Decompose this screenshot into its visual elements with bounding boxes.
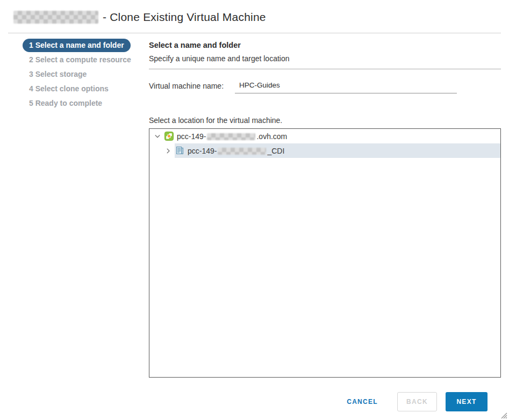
clone-vm-wizard-dialog: - Clone Existing Virtual Machine 1 Selec… (0, 0, 509, 420)
redacted-host-segment (207, 133, 255, 140)
chevron-right-icon[interactable] (164, 147, 172, 155)
dialog-title: - Clone Existing Virtual Machine (13, 11, 496, 24)
location-label: Select a location for the virtual machin… (149, 116, 501, 125)
chevron-down-icon[interactable] (154, 133, 161, 140)
vm-name-row: Virtual machine name: (149, 80, 501, 93)
dialog-title-text: - Clone Existing Virtual Machine (103, 11, 266, 24)
resize-grip-icon[interactable] (501, 411, 507, 418)
vcenter-server-icon (164, 132, 174, 141)
tree-row-vcenter[interactable]: pcc-149-.ovh.com (149, 129, 500, 143)
dialog-header: - Clone Existing Virtual Machine (0, 0, 509, 33)
cancel-button[interactable]: CANCEL (346, 395, 379, 409)
redacted-vm-name (13, 11, 98, 24)
section-title: Select a name and folder (149, 41, 501, 49)
datacenter-icon (175, 146, 184, 155)
wizard-steps: 1 Select a name and folder 2 Select a co… (23, 33, 149, 411)
back-button[interactable]: BACK (397, 392, 437, 411)
vm-name-label: Virtual machine name: (149, 80, 235, 90)
selected-tree-row-highlight[interactable]: pcc-149-_CDI (175, 143, 500, 158)
step-select-name-folder[interactable]: 1 Select a name and folder (23, 39, 131, 52)
section-subtitle: Specify a unique name and target locatio… (149, 54, 501, 63)
step-select-compute-resource: 2 Select a compute resource (23, 53, 149, 67)
tree-row-datacenter-label: pcc-149-_CDI (188, 147, 284, 155)
redacted-datacenter-segment (218, 148, 266, 155)
next-button[interactable]: NEXT (446, 392, 488, 411)
step-ready-to-complete: 5 Ready to complete (23, 97, 149, 110)
step-select-storage: 3 Select storage (23, 68, 149, 81)
step-select-clone-options: 4 Select clone options (23, 82, 149, 96)
wizard-footer: CANCEL BACK NEXT (149, 392, 501, 411)
wizard-content: Select a name and folder Specify a uniqu… (149, 33, 501, 411)
location-tree: pcc-149-.ovh.com (149, 128, 501, 378)
tree-row-vcenter-label: pcc-149-.ovh.com (177, 132, 287, 141)
vm-name-input[interactable] (235, 80, 457, 93)
tree-row-datacenter[interactable]: pcc-149-_CDI (149, 143, 500, 158)
section-divider (149, 69, 501, 69)
